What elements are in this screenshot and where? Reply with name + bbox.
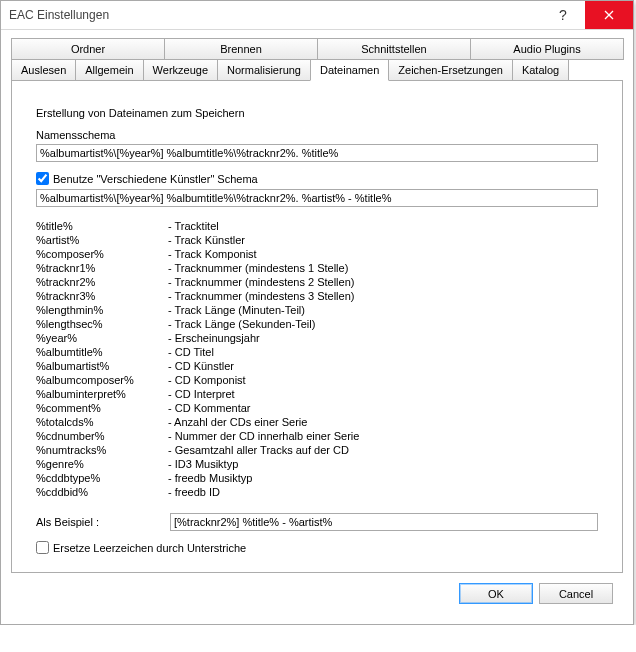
replace-spaces-label: Ersetze Leerzeichen durch Unterstriche	[53, 542, 246, 554]
placeholder-desc: - Track Länge (Minuten-Teil)	[168, 303, 598, 317]
placeholder-desc: - CD Interpret	[168, 387, 598, 401]
schema-label: Namensschema	[36, 129, 598, 141]
placeholder-name: %totalcds%	[36, 415, 166, 429]
dialog-buttons: OK Cancel	[11, 573, 623, 614]
placeholder-name: %albumtitle%	[36, 345, 166, 359]
placeholder-desc: - freedb Musiktyp	[168, 471, 598, 485]
placeholder-name: %albumcomposer%	[36, 373, 166, 387]
use-various-label: Benutze "Verschiedene Künstler" Schema	[53, 173, 258, 185]
placeholder-name: %lengthmin%	[36, 303, 166, 317]
various-schema-input[interactable]	[36, 189, 598, 207]
placeholder-name: %comment%	[36, 401, 166, 415]
tab-zeichen-ersetzungen[interactable]: Zeichen-Ersetzungen	[388, 59, 513, 81]
tab-schnittstellen[interactable]: Schnittstellen	[317, 38, 471, 60]
placeholder-name: %cddbid%	[36, 485, 166, 499]
placeholder-name: %cdnumber%	[36, 429, 166, 443]
placeholder-name: %composer%	[36, 247, 166, 261]
close-icon	[604, 10, 614, 20]
tab-allgemein[interactable]: Allgemein	[75, 59, 143, 81]
placeholder-desc: - Erscheinungsjahr	[168, 331, 598, 345]
placeholder-name: %tracknr1%	[36, 261, 166, 275]
titlebar: EAC Einstellungen ?	[1, 1, 633, 30]
window-title: EAC Einstellungen	[9, 8, 109, 22]
tab-ordner[interactable]: Ordner	[11, 38, 165, 60]
tab-brennen[interactable]: Brennen	[164, 38, 318, 60]
tab-audio-plugins[interactable]: Audio Plugins	[470, 38, 624, 60]
section-heading: Erstellung von Dateinamen zum Speichern	[36, 107, 598, 119]
placeholder-name: %albuminterpret%	[36, 387, 166, 401]
placeholder-desc: - ID3 Musiktyp	[168, 457, 598, 471]
placeholder-desc: - CD Titel	[168, 345, 598, 359]
tab-dateinamen[interactable]: Dateinamen	[310, 59, 389, 81]
placeholder-desc: - Tracktitel	[168, 219, 598, 233]
use-various-checkbox[interactable]	[36, 172, 49, 185]
placeholder-desc: - Track Komponist	[168, 247, 598, 261]
close-button[interactable]	[585, 1, 633, 29]
placeholder-desc: - Track Länge (Sekunden-Teil)	[168, 317, 598, 331]
placeholder-desc: - Tracknummer (mindestens 3 Stellen)	[168, 289, 598, 303]
tab-werkzeuge[interactable]: Werkzeuge	[143, 59, 218, 81]
tab-auslesen[interactable]: Auslesen	[11, 59, 76, 81]
client-area: Ordner Brennen Schnittstellen Audio Plug…	[1, 30, 633, 624]
tabs-row-bottom: Auslesen Allgemein Werkzeuge Normalisier…	[11, 59, 623, 81]
placeholder-desc: - CD Künstler	[168, 359, 598, 373]
placeholder-name: %title%	[36, 219, 166, 233]
placeholder-desc: - freedb ID	[168, 485, 598, 499]
placeholder-name: %lengthsec%	[36, 317, 166, 331]
cancel-button[interactable]: Cancel	[539, 583, 613, 604]
placeholder-name: %cddbtype%	[36, 471, 166, 485]
example-label: Als Beispiel :	[36, 516, 160, 528]
placeholder-name: %numtracks%	[36, 443, 166, 457]
placeholder-list: %title%- Tracktitel%artist%- Track Künst…	[36, 219, 598, 499]
tab-panel-dateinamen: Erstellung von Dateinamen zum Speichern …	[11, 80, 623, 573]
placeholder-name: %tracknr2%	[36, 275, 166, 289]
placeholder-name: %genre%	[36, 457, 166, 471]
placeholder-desc: - Nummer der CD innerhalb einer Serie	[168, 429, 598, 443]
placeholder-desc: - Tracknummer (mindestens 2 Stellen)	[168, 275, 598, 289]
placeholder-desc: - Tracknummer (mindestens 1 Stelle)	[168, 261, 598, 275]
placeholder-desc: - Track Künstler	[168, 233, 598, 247]
placeholder-name: %tracknr3%	[36, 289, 166, 303]
placeholder-desc: - Anzahl der CDs einer Serie	[168, 415, 598, 429]
window-controls: ?	[541, 1, 633, 29]
ok-button[interactable]: OK	[459, 583, 533, 604]
tab-katalog[interactable]: Katalog	[512, 59, 569, 81]
tab-normalisierung[interactable]: Normalisierung	[217, 59, 311, 81]
placeholder-name: %artist%	[36, 233, 166, 247]
replace-spaces-checkbox[interactable]	[36, 541, 49, 554]
placeholder-name: %albumartist%	[36, 359, 166, 373]
help-button[interactable]: ?	[541, 1, 585, 29]
placeholder-name: %year%	[36, 331, 166, 345]
placeholder-desc: - Gesamtzahl aller Tracks auf der CD	[168, 443, 598, 457]
dialog-window: EAC Einstellungen ? Ordner Brennen Schni…	[0, 0, 634, 625]
tabs-row-top: Ordner Brennen Schnittstellen Audio Plug…	[11, 38, 623, 60]
placeholder-desc: - CD Komponist	[168, 373, 598, 387]
placeholder-desc: - CD Kommentar	[168, 401, 598, 415]
example-input[interactable]	[170, 513, 598, 531]
schema-input[interactable]	[36, 144, 598, 162]
